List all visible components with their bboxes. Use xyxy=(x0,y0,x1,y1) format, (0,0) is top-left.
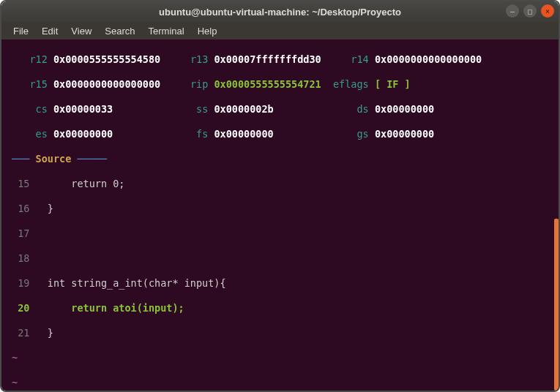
reg-val: 0x0000000000000000 xyxy=(53,78,160,90)
registers-row1: r12 0x0000555555554580 r13 0x00007ffffff… xyxy=(12,53,554,66)
reg-val: 0x0000002b xyxy=(214,103,273,115)
scrollbar-thumb[interactable] xyxy=(554,219,559,391)
reg-name: gs xyxy=(356,128,368,140)
reg-name: cs xyxy=(36,103,48,115)
reg-val: 0x0000555555554721 xyxy=(214,78,321,90)
section-source: ─── Source ───── xyxy=(12,153,554,165)
reg-name: r14 xyxy=(351,53,368,65)
reg-val: 0x0000555555554580 xyxy=(53,53,160,65)
reg-name: ss xyxy=(196,103,208,115)
minimize-button[interactable]: – xyxy=(506,4,519,18)
close-button[interactable]: × xyxy=(541,4,554,18)
menu-help[interactable]: Help xyxy=(192,24,223,38)
reg-name: r12 xyxy=(29,53,47,65)
reg-val: 0x0000000000000000 xyxy=(375,53,482,65)
reg-name: r15 xyxy=(29,78,47,90)
source-line-current: 20 return atoi(input); xyxy=(12,302,554,314)
menu-file[interactable]: File xyxy=(7,24,34,38)
reg-name: rip xyxy=(190,78,208,90)
source-line: 18 xyxy=(12,252,554,265)
reg-val: 0x00000033 xyxy=(53,103,113,115)
reg-name: fs xyxy=(196,128,208,140)
scrollbar[interactable] xyxy=(554,39,559,391)
registers-row3: cs 0x00000033 ss 0x0000002b ds 0x0000000… xyxy=(12,103,554,116)
menu-view[interactable]: View xyxy=(65,24,97,38)
reg-name: eflags xyxy=(333,78,369,90)
maximize-button[interactable]: □ xyxy=(523,4,537,18)
menu-search[interactable]: Search xyxy=(99,24,141,38)
source-line: 15 return 0; xyxy=(12,178,554,190)
reg-val: 0x00007fffffffdd30 xyxy=(214,53,321,65)
reg-name: es xyxy=(36,128,48,140)
reg-val: 0x00000000 xyxy=(375,128,434,140)
source-line: 19 int string_a_int(char* input){ xyxy=(12,277,554,290)
menu-edit[interactable]: Edit xyxy=(36,24,64,38)
menu-terminal[interactable]: Terminal xyxy=(143,24,190,38)
reg-name: ds xyxy=(356,103,368,115)
reg-val: 0x00000000 xyxy=(375,103,434,115)
tilde-line: ~ xyxy=(12,352,554,364)
reg-val: 0x00000000 xyxy=(53,128,113,140)
registers-row4: es 0x00000000 fs 0x00000000 gs 0x0000000… xyxy=(12,128,554,140)
source-line: 21 } xyxy=(12,327,554,339)
menu-bar: File Edit View Search Terminal Help xyxy=(1,22,559,39)
source-line: 17 xyxy=(12,227,554,240)
window-titlebar: ubuntu@ubuntu-virtual-machine: ~/Desktop… xyxy=(1,1,559,22)
registers-row2: r15 0x0000000000000000 rip 0x00005555555… xyxy=(12,78,554,91)
window-title: ubuntu@ubuntu-virtual-machine: ~/Desktop… xyxy=(159,7,401,18)
terminal-output[interactable]: r12 0x0000555555554580 r13 0x00007ffffff… xyxy=(1,39,559,391)
reg-val: [ IF ] xyxy=(375,78,411,90)
reg-name: r13 xyxy=(190,53,208,65)
tilde-line: ~ xyxy=(12,377,554,389)
reg-val: 0x00000000 xyxy=(214,128,273,140)
source-line: 16 } xyxy=(12,203,554,215)
window-controls: – □ × xyxy=(506,4,554,18)
